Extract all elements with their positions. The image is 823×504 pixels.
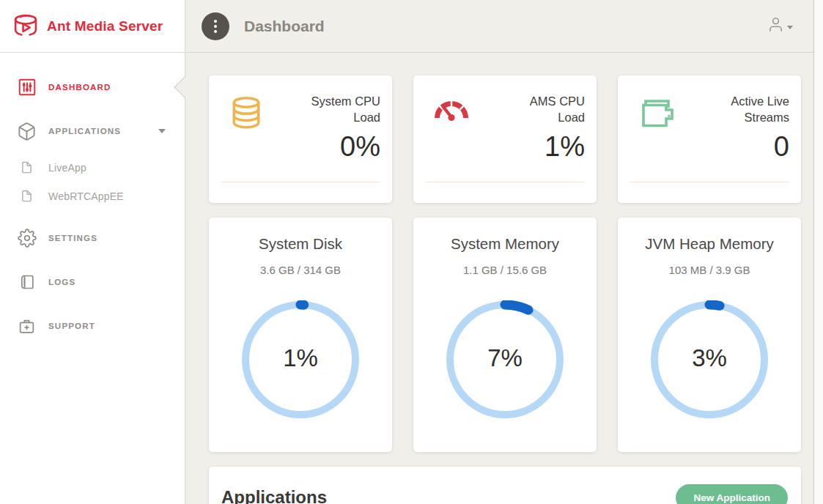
wallet-icon	[637, 95, 675, 132]
gauge-card-jvm-heap: JVM Heap Memory 103 MB / 3.9 GB 3%	[618, 218, 801, 452]
gauge-usage: 103 MB / 3.9 GB	[618, 264, 801, 276]
stat-value: 0%	[298, 131, 380, 163]
sidebar-nav: DASHBOARD APPLICATIONS LiveApp	[0, 53, 185, 342]
sidebar-item-label: LOGS	[48, 278, 75, 286]
file-icon	[20, 190, 34, 202]
stat-card-ams-cpu: AMS CPU Load 1%	[413, 75, 597, 203]
gauge-usage: 3.6 GB / 314 GB	[209, 264, 392, 276]
gauge-card-system-memory: System Memory 1.1 GB / 15.6 GB 7%	[413, 218, 597, 452]
log-file-icon	[17, 273, 37, 291]
ant-media-logo-icon	[11, 12, 40, 40]
gauge-card-system-disk: System Disk 3.6 GB / 314 GB 1%	[209, 218, 392, 452]
sidebar-item-dashboard[interactable]: DASHBOARD	[0, 71, 185, 103]
sidebar-toggle-button[interactable]	[202, 12, 229, 40]
package-icon	[17, 122, 37, 141]
sidebar-item-label: LiveApp	[48, 162, 86, 174]
user-icon	[767, 16, 784, 36]
stat-label: System CPU Load	[298, 93, 380, 125]
stat-card-active-streams: Active Live Streams 0	[618, 75, 801, 203]
sidebar: Ant Media Server DASHBOARD	[0, 0, 185, 504]
kebab-menu-icon	[214, 20, 217, 23]
database-icon	[228, 95, 265, 132]
first-aid-icon	[17, 317, 37, 336]
gear-icon	[17, 229, 37, 248]
gauge-percent: 7%	[446, 344, 564, 372]
gauge-cards-row: System Disk 3.6 GB / 314 GB 1% System Me…	[209, 218, 813, 452]
chevron-down-icon	[787, 26, 793, 29]
speedometer-icon	[432, 95, 470, 123]
brand-logo[interactable]: Ant Media Server	[0, 0, 185, 53]
donut-gauge: 3%	[650, 300, 769, 419]
dashboard-sliders-icon	[17, 78, 37, 97]
sidebar-item-label: SETTINGS	[48, 234, 97, 242]
chevron-down-icon	[158, 129, 166, 133]
gauge-percent: 3%	[650, 344, 769, 372]
file-icon	[20, 161, 34, 174]
stat-label: AMS CPU Load	[503, 93, 585, 125]
stat-label: Active Live Streams	[707, 93, 789, 125]
donut-gauge: 7%	[446, 300, 564, 419]
scrollbar-track[interactable]	[813, 0, 823, 504]
sidebar-item-label: DASHBOARD	[48, 83, 111, 92]
dashboard-content: System CPU Load 0%	[186, 53, 813, 504]
applications-panel: Applications New Application	[209, 467, 801, 504]
brand-name: Ant Media Server	[47, 18, 163, 34]
gauge-title: JVM Heap Memory	[618, 235, 801, 253]
gauge-percent: 1%	[241, 344, 360, 372]
sidebar-item-applications[interactable]: APPLICATIONS	[0, 115, 185, 147]
sidebar-item-support[interactable]: SUPPORT	[0, 310, 185, 342]
sidebar-item-settings[interactable]: SETTINGS	[0, 222, 185, 254]
gauge-title: System Disk	[209, 235, 392, 253]
stat-card-system-cpu: System CPU Load 0%	[209, 75, 392, 203]
stat-value: 0	[707, 131, 789, 163]
user-menu[interactable]	[767, 16, 793, 36]
sidebar-item-label: SUPPORT	[48, 322, 95, 330]
top-header: Dashboard	[186, 0, 813, 53]
gauge-usage: 1.1 GB / 15.6 GB	[413, 264, 597, 276]
page-title: Dashboard	[244, 18, 325, 35]
sidebar-item-label: WebRTCAppEE	[48, 190, 124, 202]
sidebar-item-label: APPLICATIONS	[48, 127, 121, 136]
stat-cards-row: System CPU Load 0%	[209, 75, 813, 203]
sidebar-item-webrtcappee[interactable]: WebRTCAppEE	[0, 182, 185, 210]
stat-value: 1%	[503, 131, 585, 163]
new-application-button[interactable]: New Application	[676, 484, 788, 504]
sidebar-item-logs[interactable]: LOGS	[0, 266, 185, 298]
sidebar-item-liveapp[interactable]: LiveApp	[0, 153, 185, 182]
donut-gauge: 1%	[241, 300, 360, 419]
gauge-title: System Memory	[413, 235, 597, 253]
applications-title: Applications	[221, 487, 327, 504]
